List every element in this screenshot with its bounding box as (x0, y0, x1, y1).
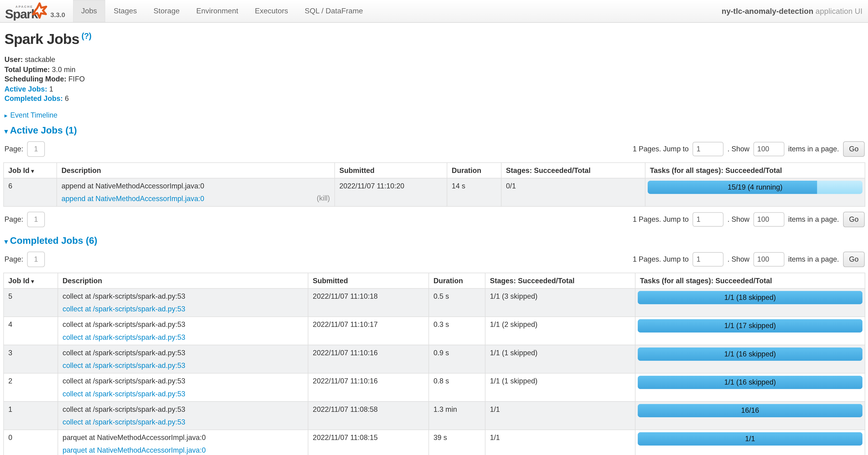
active-pagination-bottom: Page: 1 Pages. Jump to . Show items in a… (3, 212, 865, 227)
job-description: collect at /spark-scripts/spark-ad.py:53 (63, 292, 185, 300)
job-id-cell: 0 (3, 430, 58, 455)
duration-cell: 1.3 min (429, 401, 485, 430)
kill-link[interactable]: (kill) (317, 193, 330, 203)
show-text: . Show (727, 255, 749, 263)
active-jobs-table: Job Id▾ Description Submitted Duration S… (3, 162, 865, 207)
job-description-link[interactable]: append at NativeMethodAccessorImpl.java:… (61, 194, 330, 203)
table-row: 3 collect at /spark-scripts/spark-ad.py:… (3, 345, 865, 373)
page-number-input[interactable] (27, 212, 45, 227)
page-label: Page: (4, 255, 23, 263)
show-text: . Show (727, 215, 749, 223)
description-cell: append at NativeMethodAccessorImpl.java:… (57, 178, 335, 206)
spark-version: 3.3.0 (51, 11, 65, 19)
completed-jobs-link[interactable]: Completed Jobs: (4, 94, 63, 103)
table-row: 5 collect at /spark-scripts/spark-ad.py:… (3, 288, 865, 317)
items-per-page-input[interactable] (753, 252, 784, 266)
column-description[interactable]: Description (57, 163, 335, 178)
pages-text: 1 Pages. Jump to (633, 145, 689, 153)
active-jobs-heading[interactable]: ▾Active Jobs (1) (4, 125, 865, 136)
job-description-link[interactable]: collect at /spark-scripts/spark-ad.py:53 (63, 304, 303, 313)
submitted-cell: 2022/11/07 11:08:15 (308, 430, 429, 455)
event-timeline-toggle[interactable]: ▸Event Timeline (4, 111, 865, 119)
summary-list: User: stackable Total Uptime: 3.0 min Sc… (4, 55, 865, 104)
description-cell: parquet at NativeMethodAccessorImpl.java… (58, 430, 308, 455)
task-progress-bar: 1/1 (638, 432, 863, 446)
tasks-cell: 1/1 (18 skipped) (635, 288, 865, 317)
task-progress-bar: 1/1 (16 skipped) (638, 376, 863, 389)
items-per-page-input[interactable] (753, 212, 784, 226)
task-progress-bar: 16/16 (638, 404, 863, 418)
go-button[interactable]: Go (843, 252, 865, 267)
column-job-id[interactable]: Job Id▾ (3, 273, 58, 288)
table-row: 4 collect at /spark-scripts/spark-ad.py:… (3, 317, 865, 345)
completed-pagination-top: Page: 1 Pages. Jump to . Show items in a… (3, 252, 865, 267)
column-stages[interactable]: Stages: Succeeded/Total (501, 163, 645, 178)
tab-sql-dataframe[interactable]: SQL / DataFrame (296, 0, 371, 22)
tab-environment[interactable]: Environment (188, 0, 247, 22)
job-description-link[interactable]: parquet at NativeMethodAccessorImpl.java… (63, 446, 303, 455)
description-cell: collect at /spark-scripts/spark-ad.py:53… (58, 373, 308, 401)
column-job-id[interactable]: Job Id▾ (3, 163, 57, 178)
items-per-page-input[interactable] (753, 142, 784, 156)
submitted-cell: 2022/11/07 11:10:17 (308, 317, 429, 345)
completed-jobs-heading[interactable]: ▾Completed Jobs (6) (4, 236, 865, 247)
job-description: collect at /spark-scripts/spark-ad.py:53 (63, 377, 185, 385)
summary-uptime: Total Uptime: 3.0 min (4, 64, 865, 75)
spark-logo-image: Spark APACHE (4, 2, 48, 21)
column-description[interactable]: Description (58, 273, 308, 288)
tab-executors[interactable]: Executors (247, 0, 297, 22)
tab-stages[interactable]: Stages (105, 0, 145, 22)
sort-desc-icon: ▾ (31, 168, 34, 174)
task-progress-bar: 1/1 (18 skipped) (638, 291, 863, 304)
column-submitted[interactable]: Submitted (335, 163, 447, 178)
page-number-input[interactable] (27, 141, 45, 157)
tasks-cell: 1/1 (16 skipped) (635, 373, 865, 401)
column-stages[interactable]: Stages: Succeeded/Total (485, 273, 635, 288)
stages-cell: 1/1 (485, 430, 635, 455)
expand-right-icon: ▸ (4, 112, 7, 118)
summary-scheduling-mode: Scheduling Mode: FIFO (4, 75, 865, 84)
jump-to-input[interactable] (693, 212, 723, 226)
duration-cell: 14 s (447, 178, 501, 206)
job-id-cell: 3 (3, 345, 58, 373)
stages-cell: 1/1 (3 skipped) (485, 288, 635, 317)
completed-jobs-table: Job Id▾ Description Submitted Duration S… (3, 273, 865, 455)
page-label: Page: (4, 145, 23, 153)
column-tasks[interactable]: Tasks (for all stages): Succeeded/Total (635, 273, 865, 288)
spark-logo[interactable]: Spark APACHE 3.3.0 (0, 0, 66, 22)
active-jobs-link[interactable]: Active Jobs: (4, 85, 48, 93)
duration-cell: 39 s (429, 430, 485, 455)
active-pagination-top: Page: 1 Pages. Jump to . Show items in a… (3, 141, 865, 157)
job-description: append at NativeMethodAccessorImpl.java:… (61, 182, 204, 190)
sort-desc-icon: ▾ (31, 278, 34, 284)
job-description-link[interactable]: collect at /spark-scripts/spark-ad.py:53 (63, 389, 303, 398)
items-text: items in a page. (788, 145, 839, 153)
job-id-cell: 6 (3, 178, 57, 206)
jump-to-input[interactable] (693, 252, 723, 266)
column-duration[interactable]: Duration (429, 273, 485, 288)
collapse-open-icon: ▾ (4, 238, 8, 246)
page-number-input[interactable] (27, 252, 45, 267)
job-description-link[interactable]: collect at /spark-scripts/spark-ad.py:53 (63, 361, 303, 370)
collapse-open-icon: ▾ (4, 127, 8, 135)
application-name-bold: ny-tlc-anomaly-detection (722, 6, 813, 16)
duration-cell: 0.9 s (429, 345, 485, 373)
column-tasks[interactable]: Tasks (for all stages): Succeeded/Total (645, 163, 865, 178)
tasks-cell: 15/19 (4 running) (645, 178, 865, 206)
task-progress-bar: 1/1 (17 skipped) (638, 319, 863, 333)
job-description: parquet at NativeMethodAccessorImpl.java… (63, 433, 206, 442)
help-link[interactable]: (?) (82, 31, 91, 40)
tab-jobs[interactable]: Jobs (73, 0, 105, 22)
go-button[interactable]: Go (843, 212, 865, 227)
tab-storage[interactable]: Storage (145, 0, 188, 22)
column-submitted[interactable]: Submitted (308, 273, 429, 288)
items-text: items in a page. (788, 255, 839, 263)
description-cell: collect at /spark-scripts/spark-ad.py:53… (58, 345, 308, 373)
jump-to-input[interactable] (693, 142, 723, 156)
job-description-link[interactable]: collect at /spark-scripts/spark-ad.py:53 (63, 333, 303, 342)
column-duration[interactable]: Duration (447, 163, 501, 178)
task-progress-label: 1/1 (16 skipped) (638, 347, 863, 361)
page-label: Page: (4, 215, 23, 223)
job-description-link[interactable]: collect at /spark-scripts/spark-ad.py:53 (63, 417, 303, 427)
go-button[interactable]: Go (843, 141, 865, 157)
